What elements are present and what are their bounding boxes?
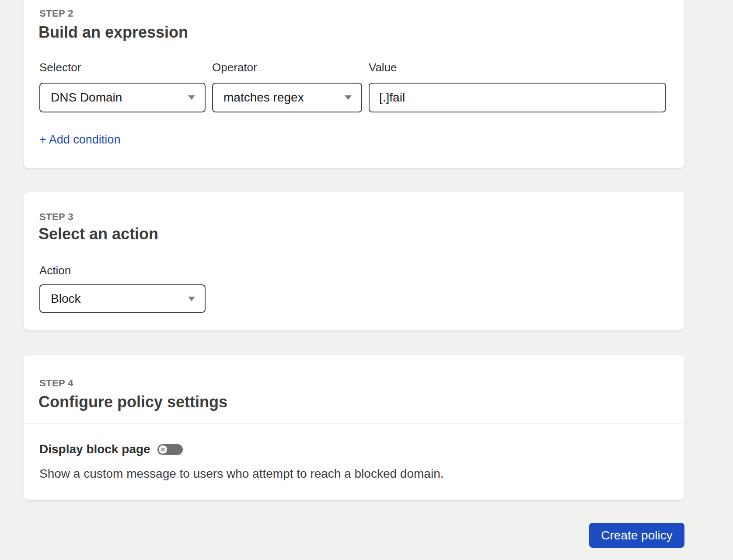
operator-dropdown[interactable]: matches regex	[212, 83, 362, 112]
display-block-page-toggle[interactable]	[157, 444, 183, 455]
step-2-label: STEP 2	[39, 7, 73, 20]
add-condition-link[interactable]: + Add condition	[39, 132, 120, 147]
action-dropdown[interactable]: Block	[39, 284, 206, 313]
display-block-page-row: Display block page	[39, 442, 183, 456]
chevron-down-icon	[345, 95, 352, 100]
chevron-down-icon	[188, 95, 195, 100]
step-4-title: Configure policy settings	[38, 392, 227, 412]
step-3-card: STEP 3 Select an action Action Block	[24, 192, 684, 330]
step-2-card: STEP 2 Build an expression Selector Oper…	[24, 0, 684, 168]
value-field-label: Value	[369, 60, 397, 74]
card-divider	[24, 424, 684, 424]
value-input[interactable]	[369, 83, 666, 112]
step-4-label: STEP 4	[39, 377, 73, 390]
display-block-page-description: Show a custom message to users who attem…	[39, 466, 443, 482]
step-3-title: Select an action	[38, 224, 158, 244]
toggle-knob	[159, 445, 167, 454]
create-policy-button[interactable]: Create policy	[589, 523, 684, 548]
display-block-page-label: Display block page	[39, 442, 150, 456]
chevron-down-icon	[188, 297, 195, 301]
step-3-label: STEP 3	[39, 210, 73, 224]
selector-dropdown[interactable]: DNS Domain	[39, 83, 206, 112]
x-circle-icon	[161, 447, 165, 452]
selector-field-label: Selector	[39, 60, 81, 74]
step-2-title: Build an expression	[38, 23, 188, 42]
action-field-label: Action	[39, 263, 71, 277]
operator-dropdown-value: matches regex	[223, 91, 304, 105]
step-4-card: STEP 4 Configure policy settings Display…	[24, 355, 684, 500]
policy-builder-page: STEP 2 Build an expression Selector Oper…	[0, 0, 733, 560]
action-dropdown-value: Block	[51, 292, 80, 306]
selector-dropdown-value: DNS Domain	[51, 91, 122, 105]
operator-field-label: Operator	[212, 60, 257, 74]
